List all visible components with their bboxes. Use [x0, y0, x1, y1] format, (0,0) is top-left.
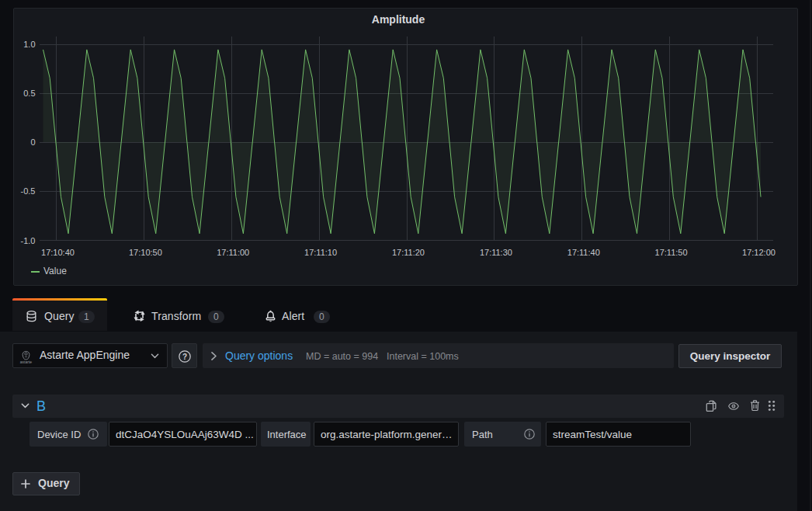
svg-text:0: 0	[30, 137, 35, 147]
svg-text:astarte: astarte	[20, 360, 33, 364]
svg-text:-1.0: -1.0	[21, 236, 36, 245]
svg-text:-0.5: -0.5	[21, 186, 36, 196]
svg-text:17:11:40: 17:11:40	[567, 248, 600, 257]
svg-text:Amplitude: Amplitude	[372, 13, 425, 26]
svg-text:17:10:40: 17:10:40	[41, 248, 75, 257]
svg-text:1.0: 1.0	[23, 40, 35, 49]
svg-text:17:11:00: 17:11:00	[217, 248, 249, 257]
svg-text:17:11:10: 17:11:10	[304, 248, 337, 257]
svg-text:Value: Value	[43, 266, 67, 276]
svg-text:17:11:20: 17:11:20	[392, 248, 425, 257]
svg-text:17:11:50: 17:11:50	[655, 248, 688, 257]
svg-text:17:11:30: 17:11:30	[480, 248, 512, 257]
svg-text:17:10:50: 17:10:50	[129, 248, 162, 257]
svg-text:?: ?	[182, 352, 186, 360]
svg-text:17:12:00: 17:12:00	[742, 248, 776, 257]
svg-text:0.5: 0.5	[23, 89, 35, 98]
